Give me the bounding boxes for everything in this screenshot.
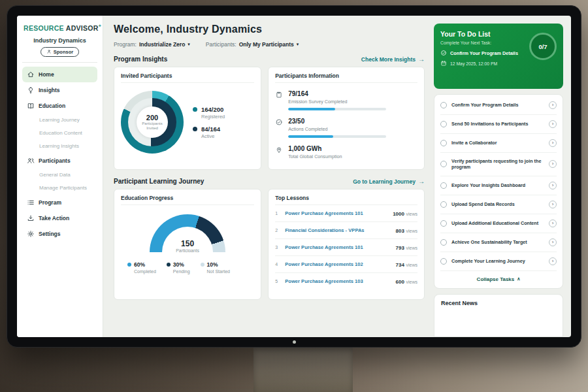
todo-next-task[interactable]: Confirm Your Program Details xyxy=(440,50,518,56)
nav-label: Home xyxy=(39,71,54,78)
nav-sub-label: Learning Insights xyxy=(39,143,79,149)
todo-task-row[interactable]: Achieve One Sustainability Target › xyxy=(440,233,557,252)
gauge-label: Participants xyxy=(150,248,225,252)
legend-item-not-started: 10% Not Started xyxy=(201,261,230,274)
todo-task-row[interactable]: Invite a Collaborator › xyxy=(440,134,557,153)
recent-news-card: Recent News xyxy=(434,294,563,337)
stat-actions-completed: 23/50 Actions Completed xyxy=(275,118,417,138)
legend-dot xyxy=(193,127,197,131)
education-progress-card: Education Progress 150 Participants xyxy=(114,189,261,300)
chevron-right-icon[interactable]: › xyxy=(549,238,557,246)
lesson-link[interactable]: Financial Considerations - VPPAs xyxy=(285,227,391,233)
todo-task-row[interactable]: Send 50 Invitations to Participants › xyxy=(440,115,557,134)
task-checkbox[interactable] xyxy=(440,182,447,189)
legend-item-completed: 60% Completed xyxy=(127,261,156,274)
page-title: Welcome, Industry Dynamics xyxy=(114,24,425,35)
chevron-right-icon[interactable]: › xyxy=(549,160,557,168)
bulb-icon xyxy=(27,86,35,94)
lesson-rank: 2 xyxy=(275,228,280,233)
link-label: Check More Insights xyxy=(361,56,416,63)
sidebar-item-participants[interactable]: Participants xyxy=(22,153,97,169)
lesson-link[interactable]: Power Purchase Agreements 103 xyxy=(285,278,391,284)
todo-list-card: Your To Do List Complete Your Next Task:… xyxy=(434,24,563,89)
check-more-insights-link[interactable]: Check More Insights → xyxy=(361,56,425,63)
task-checkbox[interactable] xyxy=(440,161,447,167)
progress-bar xyxy=(288,135,386,138)
sidebar-item-insights[interactable]: Insights xyxy=(22,82,97,98)
task-checkbox[interactable] xyxy=(440,201,447,208)
lesson-views: 734 views xyxy=(396,261,417,268)
list-icon xyxy=(27,199,35,206)
scene-background: RESOURCE ADVISOR+ Industry Dynamics Spon… xyxy=(0,0,588,392)
task-checkbox[interactable] xyxy=(440,121,447,127)
progress-bar xyxy=(288,108,386,110)
gauge-value: 150 xyxy=(150,239,225,248)
stat-value: 79/164 xyxy=(288,90,386,97)
program-insights-cards: Invited Participants 200 Participants In… xyxy=(114,67,425,170)
nav-label: Program xyxy=(39,199,61,206)
learning-journey-header: Participant Learning Journey Go to Learn… xyxy=(114,178,425,185)
todo-panel: Your To Do List Complete Your Next Task:… xyxy=(433,16,571,337)
chevron-right-icon[interactable]: › xyxy=(549,201,557,208)
nav-sub-label: Learning Journey xyxy=(39,117,80,123)
sidebar-item-program[interactable]: Program xyxy=(22,195,97,210)
collapse-tasks-button[interactable]: Collapse Tasks ∧ xyxy=(440,271,557,287)
sponsor-label: Sponsor xyxy=(54,49,73,55)
legend-pct: 30% xyxy=(173,261,184,268)
chevron-right-icon[interactable]: › xyxy=(549,139,557,147)
legend-label: Not Started xyxy=(201,269,230,274)
location-pin-icon xyxy=(275,146,283,154)
download-tray-icon xyxy=(27,214,35,222)
chevron-right-icon[interactable]: › xyxy=(549,220,557,227)
home-icon xyxy=(27,71,35,78)
sidebar-item-education[interactable]: Education xyxy=(22,98,97,114)
todo-progress-value: 0/7 xyxy=(538,43,547,50)
lesson-link[interactable]: Power Purchase Agreements 101 xyxy=(285,244,391,250)
sidebar-item-education-content[interactable]: Education Content xyxy=(22,127,97,140)
lesson-link[interactable]: Power Purchase Agreements 101 xyxy=(285,210,388,216)
sidebar-item-manage-participants[interactable]: Manage Participants xyxy=(22,182,97,195)
todo-task-row[interactable]: Upload Additional Educational Content › xyxy=(440,214,557,233)
task-label: Complete Your Learning Journey xyxy=(451,258,544,264)
sponsor-badge[interactable]: Sponsor xyxy=(41,47,79,57)
lesson-views: 600 views xyxy=(396,278,417,285)
lesson-link[interactable]: Power Purchase Agreements 102 xyxy=(285,261,391,267)
todo-task-row[interactable]: Verify participants requesting to join t… xyxy=(440,153,557,176)
task-checkbox[interactable] xyxy=(440,258,447,265)
task-label: Upload Additional Educational Content xyxy=(451,220,544,226)
chevron-right-icon[interactable]: › xyxy=(549,182,557,189)
go-to-learning-journey-link[interactable]: Go to Learning Journey → xyxy=(353,178,425,185)
sidebar-item-learning-insights[interactable]: Learning Insights xyxy=(22,140,97,153)
stat-label: Total Global Consumption xyxy=(288,154,342,159)
learning-journey-cards: Education Progress 150 Participants xyxy=(114,189,425,300)
todo-task-row[interactable]: Explore Your Insights Dashboard › xyxy=(440,176,557,195)
sidebar-item-learning-journey[interactable]: Learning Journey xyxy=(22,114,97,127)
invited-participants-card: Invited Participants 200 Participants In… xyxy=(114,67,261,170)
todo-task-row[interactable]: Complete Your Learning Journey › xyxy=(440,252,557,271)
lesson-views: 803 views xyxy=(396,227,417,234)
chevron-right-icon[interactable]: › xyxy=(549,257,557,265)
task-checkbox[interactable] xyxy=(440,239,447,246)
chevron-right-icon[interactable]: › xyxy=(549,101,557,109)
todo-task-row[interactable]: Upload Spend Data Records › xyxy=(440,195,557,214)
task-checkbox[interactable] xyxy=(440,102,447,108)
lesson-row: 2 Financial Considerations - VPPAs 803 v… xyxy=(275,222,417,239)
task-label: Achieve One Sustainability Target xyxy=(451,239,544,245)
legend-value: 84/164 xyxy=(201,125,220,133)
chevron-right-icon[interactable]: › xyxy=(549,120,557,128)
todo-task-row[interactable]: Confirm Your Program Details › xyxy=(440,96,557,115)
sidebar-item-home[interactable]: Home xyxy=(22,67,97,82)
sidebar-item-settings[interactable]: Settings xyxy=(22,226,97,242)
sidebar-item-general-data[interactable]: General Data xyxy=(22,169,97,182)
program-filter[interactable]: Program: Industrialize Zero ▾ xyxy=(114,41,190,48)
recent-news-title: Recent News xyxy=(441,300,556,306)
org-block: Industry Dynamics Sponsor xyxy=(22,37,97,63)
people-icon xyxy=(27,157,35,165)
task-checkbox[interactable] xyxy=(440,220,447,227)
task-checkbox[interactable] xyxy=(440,140,447,146)
sidebar-item-take-action[interactable]: Take Action xyxy=(22,210,97,226)
lesson-rank: 5 xyxy=(275,279,280,284)
participants-filter[interactable]: Participants: Only My Participants ▾ xyxy=(206,41,299,48)
legend-item-registered: 164/200 Registered xyxy=(193,106,225,120)
todo-due-label: 12 May 2025, 12:00 PM xyxy=(450,61,497,66)
